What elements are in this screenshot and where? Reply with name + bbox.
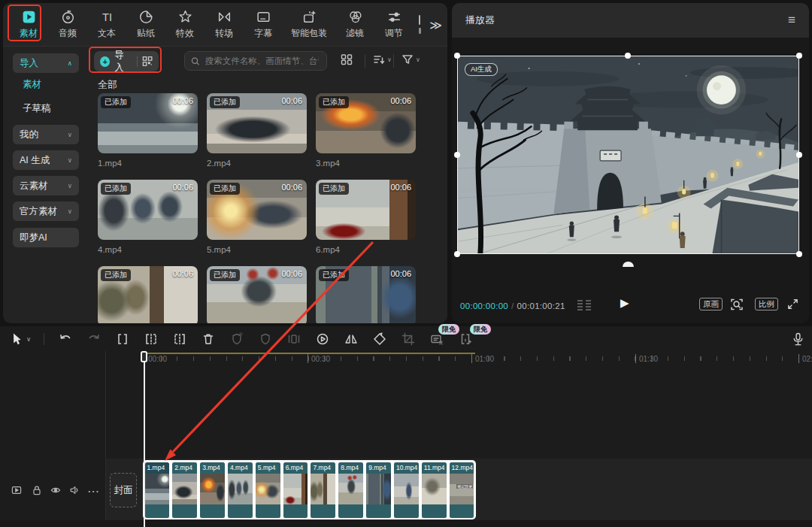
hide-track-icon[interactable] — [50, 484, 62, 499]
sidebar-import-group[interactable]: 导入 ∧ — [13, 53, 79, 73]
expand-tabs-button[interactable]: ≫ — [429, 18, 441, 32]
timeline-clip[interactable]: 1.mp4 — [145, 462, 170, 518]
split-keep-right-button[interactable] — [171, 332, 187, 347]
undo-button[interactable] — [57, 332, 73, 347]
media-thumbnail: 已添加 00:06 — [98, 180, 198, 240]
captions-icon — [256, 9, 271, 25]
frame-preview-icon[interactable] — [576, 299, 592, 314]
aspect-ratio-button[interactable]: 比例 — [755, 298, 778, 310]
transform-handle[interactable] — [796, 152, 802, 158]
tab-text[interactable]: TI 文本 — [87, 9, 126, 40]
play-button[interactable]: ▶ — [620, 296, 629, 310]
clip-thumbnail — [228, 474, 253, 504]
split-button[interactable] — [114, 332, 130, 347]
freeze-frame-button[interactable] — [286, 332, 301, 347]
mask-button[interactable] — [257, 332, 273, 347]
duration-label: 00:06 — [281, 183, 302, 192]
lock-track-icon[interactable] — [31, 484, 43, 499]
tab-label: 音频 — [59, 27, 77, 40]
sidebar-item-subdraft[interactable]: 子草稿 — [23, 102, 51, 115]
duration-label: 00:06 — [281, 96, 302, 105]
timeline-clip[interactable]: 7.mp4 — [311, 462, 335, 518]
tab-captions[interactable]: 字幕 — [244, 9, 283, 40]
sidebar-item-material[interactable]: 素材 — [23, 78, 41, 91]
select-tool[interactable]: ∨ — [9, 332, 31, 347]
playhead-line[interactable] — [144, 361, 145, 527]
extend-clip-button[interactable] — [457, 332, 473, 347]
fullscreen-icon[interactable] — [786, 297, 800, 314]
media-item[interactable]: 已添加 00:06 3.mp4 — [316, 93, 416, 168]
split-keep-left-button[interactable] — [143, 332, 159, 347]
redo-button[interactable] — [86, 332, 102, 347]
transform-handle[interactable] — [796, 251, 802, 257]
search-input[interactable] — [204, 56, 320, 66]
original-quality-button[interactable]: 原画 — [699, 298, 723, 310]
timeline-clip[interactable]: 2.mp4 — [172, 462, 197, 518]
media-item[interactable]: 已添加 00:06 4.mp4 — [98, 180, 198, 254]
timeline-clip[interactable]: 11.mp4 — [422, 462, 447, 518]
timeline-clip[interactable]: 6.mp4 — [283, 462, 308, 518]
transform-handle[interactable] — [454, 152, 460, 158]
ruler-label: 01:00 — [471, 355, 494, 363]
sidebar-group-official[interactable]: 官方素材 ∨ — [13, 201, 79, 221]
timeline-clip[interactable]: 3.mp4 — [200, 462, 225, 518]
tab-transition[interactable]: 转场 — [205, 9, 244, 40]
timeline-clip[interactable]: 9.mp4 — [366, 462, 391, 518]
transform-handle[interactable] — [454, 53, 460, 59]
tab-filter[interactable]: 滤镜 — [335, 9, 374, 40]
playhead-handle[interactable] — [141, 351, 147, 362]
speed-button[interactable] — [314, 332, 330, 347]
media-item[interactable]: 已添加 00:06 5.mp4 — [207, 180, 307, 254]
mirror-button[interactable] — [343, 332, 359, 347]
sidebar-group-ai-generate[interactable]: AI 生成 ∨ — [13, 150, 79, 170]
tab-clipped[interactable] — [414, 15, 426, 34]
tab-smart-package[interactable]: 智能包装 — [283, 9, 335, 40]
transform-handle[interactable] — [454, 251, 460, 257]
media-item[interactable]: 已添加 00:06 2.mp4 — [207, 93, 307, 168]
filter-button[interactable]: ∨ — [401, 53, 420, 66]
tab-material[interactable]: 素材 — [9, 9, 48, 40]
sticker-icon — [138, 9, 154, 25]
tab-audio[interactable]: 音频 — [48, 9, 87, 40]
tab-label: 贴纸 — [137, 27, 155, 40]
smart-mask-ai-button[interactable]: AI — [229, 332, 244, 347]
cursor-icon — [9, 332, 24, 347]
track-more-icon[interactable]: ⋯ — [87, 484, 99, 498]
timeline-clip[interactable]: 5.mp4 — [256, 462, 280, 518]
sidebar-group-mine[interactable]: 我的 ∨ — [13, 125, 79, 144]
preview-zoom-icon[interactable] — [729, 297, 744, 315]
transform-handle[interactable] — [625, 53, 631, 59]
clip-thumbnail — [200, 474, 225, 504]
tab-effects[interactable]: 特效 — [165, 9, 205, 40]
player-menu-icon[interactable]: ≡ — [788, 13, 795, 28]
media-item[interactable]: 已添加 00:06 9.mp4 — [316, 266, 416, 323]
rotate-handle[interactable] — [623, 262, 634, 267]
voiceover-mic-icon[interactable] — [791, 332, 805, 350]
mute-track-icon[interactable] — [68, 484, 80, 499]
grid-view-icon — [340, 53, 353, 66]
timeline-clip[interactable]: 8.mp4 — [338, 462, 363, 518]
cover-button[interactable]: 封面 — [110, 473, 137, 507]
transform-handle[interactable] — [796, 53, 802, 59]
import-button-group[interactable]: + 导入 — [94, 51, 159, 71]
sort-button[interactable]: ∨ — [372, 53, 392, 66]
media-item[interactable]: 已添加 00:06 1.mp4 — [98, 93, 198, 168]
timeline-clip[interactable]: 12.mp4 铭记历史 — [450, 462, 474, 518]
delete-button[interactable] — [200, 332, 216, 347]
sidebar-item-jimeng-ai[interactable]: 即梦AI — [13, 228, 79, 247]
tab-adjust[interactable]: 调节 — [374, 9, 414, 40]
grid-view-button[interactable] — [340, 53, 353, 66]
search-box[interactable] — [184, 51, 327, 71]
crop-button[interactable] — [400, 332, 416, 347]
media-item[interactable]: 已添加 00:06 8.mp4 — [207, 266, 307, 323]
media-content: + 导入 ∨ ∨ 全部 — [86, 47, 447, 323]
timeline-clip[interactable]: 4.mp4 — [228, 462, 253, 518]
tab-sticker[interactable]: 贴纸 — [126, 9, 165, 40]
rotate-button[interactable] — [371, 332, 387, 347]
qr-import-icon[interactable] — [142, 56, 153, 67]
media-item[interactable]: 已添加 00:06 6.mp4 — [316, 180, 416, 254]
sidebar-group-cloud[interactable]: 云素材 ∨ — [13, 176, 79, 195]
media-item[interactable]: 已添加 00:06 7.mp4 — [98, 266, 198, 323]
timeline-clip[interactable]: 10.mp4 — [394, 462, 419, 518]
video-preview[interactable] — [457, 56, 799, 254]
